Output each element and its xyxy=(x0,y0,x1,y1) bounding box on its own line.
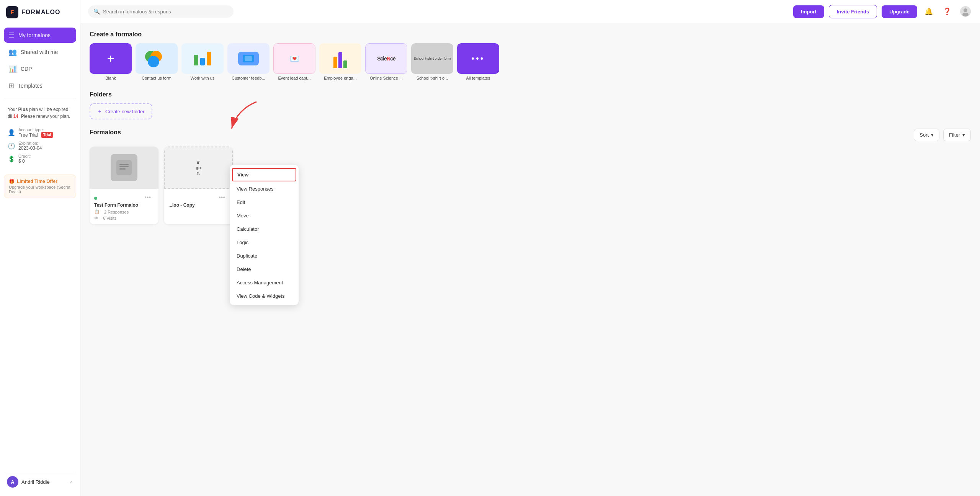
sidebar-item-my-formaloos[interactable]: ☰ My formaloos xyxy=(4,28,76,43)
expiration-row: 🕐 Expiration: 2023-03-04 xyxy=(8,141,72,151)
formaloo-card-copy[interactable]: irgoe. ••• ...loo - Copy xyxy=(164,147,233,224)
copy-more-icon[interactable]: ••• xyxy=(216,193,228,202)
create-section-title: Create a formaloo xyxy=(90,31,971,38)
template-school[interactable]: School t-shirt order form School t-shirt… xyxy=(411,43,453,80)
upgrade-button[interactable]: Upgrade xyxy=(882,5,917,18)
my-formaloos-icon: ☰ xyxy=(8,31,15,39)
sidebar-item-label: Shared with me xyxy=(21,49,58,55)
template-name: All templates xyxy=(457,76,499,80)
context-menu-item-calculator[interactable]: Calculator xyxy=(230,222,299,236)
context-menu-item-access-management[interactable]: Access Management xyxy=(230,276,299,289)
template-name: Work with us xyxy=(181,76,224,80)
plan-expiry-number: 14 xyxy=(13,114,18,119)
divider xyxy=(4,98,76,98)
limited-offer-banner[interactable]: 🎁 Limited Time Offer Upgrade your worksp… xyxy=(4,175,76,198)
event-thumb-graphic: 💌 xyxy=(290,54,299,63)
folders-row: ＋ Create new folder xyxy=(90,103,971,119)
account-section: 👤 Account type: Free Trial Trial 🕐 Expir… xyxy=(4,124,76,170)
expiration-value: 2023-03-04 xyxy=(18,145,42,151)
template-contact[interactable]: Contact us form xyxy=(136,43,178,80)
content-area: Create a formaloo + Blank xyxy=(80,23,980,496)
svg-point-1 xyxy=(964,8,967,12)
user-profile-icon[interactable] xyxy=(959,5,972,18)
context-menu-item-move[interactable]: Move xyxy=(230,209,299,222)
expiration-label: Expiration: xyxy=(18,141,42,145)
sort-dropdown[interactable]: Sort ▾ xyxy=(914,129,939,141)
responses-count: 2 Responses xyxy=(104,210,129,214)
context-menu-item-view-code[interactable]: View Code & Widgets xyxy=(230,289,299,303)
formaloos-title: Formaloos xyxy=(90,129,121,136)
create-folder-label: Create new folder xyxy=(105,109,145,114)
context-menu-item-logic[interactable]: Logic xyxy=(230,236,299,249)
plus-icon: + xyxy=(107,52,114,66)
account-type-value: Free Trial xyxy=(18,132,38,138)
sidebar-item-cdp[interactable]: 📊 CDP xyxy=(4,61,76,77)
create-folder-button[interactable]: ＋ Create new folder xyxy=(90,103,152,119)
formaloo-more-icon[interactable]: ••• xyxy=(141,193,154,202)
science-thumb-graphic: ScieNce xyxy=(377,55,395,62)
invite-friends-button[interactable]: Invite Friends xyxy=(829,5,877,18)
context-menu-item-view-responses[interactable]: View Responses xyxy=(230,182,299,196)
gift-icon: 🎁 xyxy=(9,179,15,184)
credit-value: $ 0 xyxy=(18,158,31,164)
svg-rect-3 xyxy=(116,160,132,175)
sidebar-item-label: Templates xyxy=(18,83,42,89)
context-menu-item-duplicate[interactable]: Duplicate xyxy=(230,249,299,263)
limited-offer-desc: Upgrade your workspace (Secret Deals) xyxy=(9,185,71,194)
user-footer[interactable]: A Andrii Riddle ∧ xyxy=(4,472,76,491)
customer-thumb-graphic xyxy=(238,52,259,65)
template-name: Blank xyxy=(90,76,132,80)
search-input[interactable] xyxy=(103,9,228,15)
contact-thumb-graphic xyxy=(145,49,168,68)
template-employee[interactable]: Employee enga... xyxy=(319,43,361,80)
context-menu-item-delete[interactable]: Delete xyxy=(230,263,299,276)
template-all[interactable]: ••• All templates xyxy=(457,43,499,80)
responses-icon: 📋 xyxy=(94,209,100,214)
templates-icon: ⊞ xyxy=(8,82,14,90)
context-menu: View View Responses Edit Move Calculator… xyxy=(230,165,299,305)
svg-rect-4 xyxy=(119,164,129,165)
formaloo-name: Test Form Formaloo xyxy=(94,202,154,208)
import-button[interactable]: Import xyxy=(793,5,824,18)
help-icon[interactable]: ❓ xyxy=(940,5,954,18)
chevron-up-icon: ∧ xyxy=(70,479,73,485)
formaloo-copy-body: ••• ...loo - Copy xyxy=(164,189,233,212)
sidebar: F FORMALOO ☰ My formaloos 👥 Shared with … xyxy=(0,0,80,496)
sidebar-item-shared-with-me[interactable]: 👥 Shared with me xyxy=(4,44,76,60)
template-science[interactable]: ScieNce Online Science ... xyxy=(365,43,407,80)
template-blank[interactable]: + Blank xyxy=(90,43,132,80)
template-name: School t-shirt o... xyxy=(411,76,453,80)
svg-point-2 xyxy=(962,13,969,16)
thumb-icon xyxy=(111,154,137,181)
sidebar-item-label: My formaloos xyxy=(18,32,51,38)
main-area: 🔍 Import Invite Friends Upgrade 🔔 ❓ Crea… xyxy=(80,0,980,496)
topbar: 🔍 Import Invite Friends Upgrade 🔔 ❓ xyxy=(80,0,980,23)
formaloo-visits: 👁 6 Visits xyxy=(94,216,154,220)
folders-title: Folders xyxy=(90,91,971,98)
credit-row: 💲 Credit: $ 0 xyxy=(8,154,72,164)
template-work[interactable]: Work with us xyxy=(181,43,224,80)
search-box[interactable]: 🔍 xyxy=(88,5,234,18)
formaloo-card-test-form[interactable]: ••• Test Form Formaloo 📋 2 Responses 👁 6… xyxy=(90,147,158,224)
user-avatar: A xyxy=(7,476,18,488)
search-icon: 🔍 xyxy=(93,8,100,15)
sidebar-item-templates[interactable]: ⊞ Templates xyxy=(4,78,76,93)
user-name: Andrii Riddle xyxy=(21,479,67,485)
template-customer[interactable]: Customer feedb... xyxy=(227,43,270,80)
folders-section: Folders ＋ Create new folder xyxy=(90,91,971,119)
formaloo-thumb-copy: irgoe. xyxy=(164,147,233,189)
sort-chevron-icon: ▾ xyxy=(931,132,934,138)
logo-text: FORMALOO xyxy=(21,9,60,16)
clock-icon: 🕐 xyxy=(8,142,15,150)
context-menu-item-view[interactable]: View xyxy=(232,168,296,181)
visits-icon: 👁 xyxy=(94,216,98,220)
template-event[interactable]: 💌 Event lead capt... xyxy=(273,43,315,80)
notifications-icon[interactable]: 🔔 xyxy=(922,5,936,18)
templates-row: + Blank Contact us form xyxy=(90,43,971,82)
filter-dropdown[interactable]: Filter ▾ xyxy=(943,129,971,141)
account-type-label: Account type: xyxy=(18,127,53,132)
copy-preview: irgoe. xyxy=(193,157,204,179)
visits-count: 6 Visits xyxy=(103,216,116,220)
folder-plus-icon: ＋ xyxy=(97,108,102,115)
context-menu-item-edit[interactable]: Edit xyxy=(230,196,299,209)
